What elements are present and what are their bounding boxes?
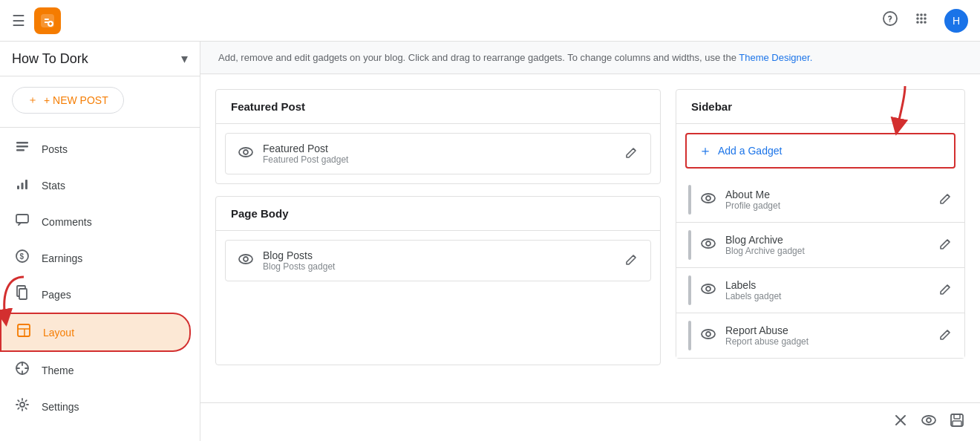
pages-icon: [15, 285, 30, 304]
sidebar-item-stats-label: Stats: [42, 180, 65, 192]
about-me-gadget[interactable]: About Me Profile gadget: [676, 177, 964, 223]
theme-icon: [15, 361, 30, 379]
dropdown-icon: ▾: [181, 50, 188, 67]
help-icon[interactable]: [882, 10, 898, 30]
sidebar-item-earnings-label: Earnings: [42, 252, 82, 264]
svg-rect-19: [16, 215, 28, 223]
stats-icon: [15, 176, 30, 195]
labels-edit-icon[interactable]: [939, 282, 953, 299]
svg-rect-15: [16, 149, 24, 151]
blog-posts-eye-icon[interactable]: [238, 251, 254, 271]
svg-rect-13: [16, 142, 28, 144]
sidebar-item-posts[interactable]: Posts: [0, 131, 191, 167]
sidebar-item-earnings[interactable]: $ Earnings: [0, 240, 191, 276]
svg-rect-18: [25, 180, 27, 189]
add-gadget-button[interactable]: ＋ Add a Gadget: [685, 133, 956, 169]
add-gadget-label: Add a Gadget: [718, 145, 782, 157]
svg-point-38: [702, 330, 715, 339]
sidebar-item-settings[interactable]: Settings: [0, 388, 191, 425]
blog-archive-eye-icon[interactable]: [700, 235, 716, 255]
labels-gadget-title: Labels: [725, 279, 930, 291]
avatar[interactable]: H: [944, 9, 968, 33]
svg-rect-16: [17, 186, 19, 189]
earnings-icon: $: [15, 249, 30, 267]
report-abuse-gadget-text: Report Abuse Report abuse gadget: [725, 324, 930, 347]
svg-point-29: [244, 150, 248, 154]
featured-post-gadget-text: Featured Post Featured Post gadget: [263, 143, 616, 165]
save-toolbar-icon[interactable]: [949, 412, 965, 432]
sidebar-item-pages[interactable]: Pages: [0, 276, 191, 313]
blog-archive-gadget-subtitle: Blog Archive gadget: [725, 246, 930, 256]
featured-post-section: Featured Post Featured Post Featured Pos…: [215, 89, 661, 184]
report-abuse-gadget-subtitle: Report abuse gadget: [725, 336, 930, 347]
blog-posts-gadget[interactable]: Blog Posts Blog Posts gadget: [225, 240, 651, 281]
sidebar-item-pages-label: Pages: [42, 289, 71, 301]
info-bar-text: Add, remove and edit gadgets on your blo…: [218, 52, 739, 63]
sidebar-item-comments-label: Comments: [42, 216, 92, 228]
sidebar-item-layout[interactable]: Layout: [0, 313, 191, 352]
svg-point-6: [924, 13, 927, 16]
new-post-button[interactable]: ＋ + NEW POST: [12, 87, 124, 114]
svg-point-36: [702, 284, 715, 293]
layout-icon: [16, 323, 31, 342]
main-layout: How To Dork ▾ ＋ + NEW POST Posts Stats C…: [0, 42, 980, 441]
new-post-icon: ＋: [27, 94, 38, 107]
sidebar-item-comments[interactable]: Comments: [0, 203, 191, 240]
sidebar-item-layout-label: Layout: [43, 327, 74, 339]
featured-post-header: Featured Post: [216, 90, 660, 124]
preview-toolbar-icon[interactable]: [921, 412, 937, 432]
blog-posts-edit-icon[interactable]: [625, 252, 638, 270]
layout-area: Featured Post Featured Post Featured Pos…: [200, 74, 980, 402]
sidebar-section-header: Sidebar: [676, 90, 964, 124]
svg-point-31: [244, 257, 248, 261]
blog-archive-edit-icon[interactable]: [939, 237, 953, 254]
blog-archive-gadget-title: Blog Archive: [725, 234, 930, 246]
close-toolbar-icon[interactable]: [892, 412, 909, 432]
settings-icon: [15, 397, 30, 416]
hamburger-icon[interactable]: ☰: [12, 12, 25, 30]
report-abuse-gadget[interactable]: Report Abuse Report abuse gadget: [676, 313, 964, 358]
svg-rect-17: [22, 183, 24, 189]
featured-post-edit-icon[interactable]: [625, 146, 638, 163]
page-body-header: Page Body: [216, 197, 660, 231]
svg-rect-14: [16, 146, 28, 148]
blog-selector[interactable]: How To Dork ▾: [0, 42, 200, 76]
blog-archive-gadget-text: Blog Archive Blog Archive gadget: [725, 234, 930, 256]
report-abuse-edit-icon[interactable]: [939, 327, 953, 344]
svg-point-27: [20, 402, 24, 407]
svg-rect-45: [954, 414, 960, 419]
blog-archive-gadget[interactable]: Blog Archive Blog Archive gadget: [676, 223, 964, 268]
comments-icon: [15, 212, 30, 231]
featured-post-eye-icon[interactable]: [238, 144, 254, 164]
sidebar-item-theme[interactable]: Theme: [0, 352, 191, 388]
about-me-gadget-text: About Me Profile gadget: [725, 189, 930, 211]
apps-icon[interactable]: [913, 10, 930, 30]
theme-designer-link[interactable]: Theme Designer.: [739, 52, 812, 63]
sidebar-divider: [0, 127, 200, 128]
svg-point-43: [927, 418, 931, 422]
labels-gadget[interactable]: Labels Labels gadget: [676, 268, 964, 313]
svg-rect-24: [18, 324, 30, 336]
sidebar-item-theme-label: Theme: [42, 365, 74, 376]
page-body-spacer: [216, 290, 660, 365]
featured-post-gadget-subtitle: Featured Post gadget: [263, 154, 616, 165]
posts-icon: [15, 140, 30, 158]
about-me-edit-icon[interactable]: [939, 192, 953, 209]
about-me-drag-handle[interactable]: [688, 185, 691, 215]
report-abuse-drag-handle[interactable]: [688, 321, 691, 350]
layout-wrapper: Add, remove and edit gadgets on your blo…: [200, 42, 980, 441]
labels-eye-icon[interactable]: [700, 281, 716, 301]
bottom-toolbar: [200, 402, 980, 441]
featured-post-gadget[interactable]: Featured Post Featured Post gadget: [225, 133, 651, 174]
svg-point-8: [920, 17, 923, 20]
sidebar-item-stats[interactable]: Stats: [0, 167, 191, 203]
labels-drag-handle[interactable]: [688, 275, 691, 305]
about-me-gadget-title: About Me: [725, 189, 930, 200]
svg-point-35: [706, 241, 710, 246]
blog-archive-drag-handle[interactable]: [688, 230, 691, 260]
report-abuse-gadget-title: Report Abuse: [725, 324, 930, 336]
svg-rect-23: [19, 289, 27, 299]
about-me-eye-icon[interactable]: [700, 190, 716, 210]
report-abuse-eye-icon[interactable]: [700, 326, 716, 346]
sidebar: How To Dork ▾ ＋ + NEW POST Posts Stats C…: [0, 42, 200, 441]
